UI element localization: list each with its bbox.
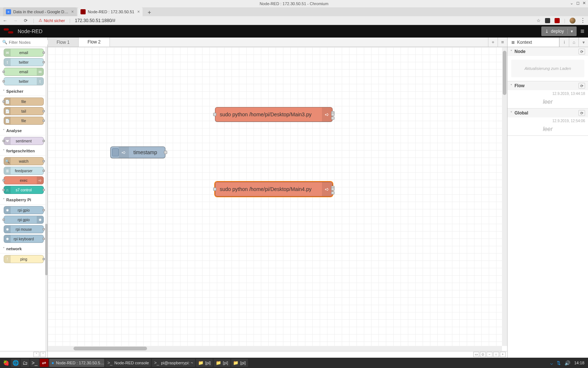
launcher-files-icon[interactable]: 🗂 <box>21 359 29 367</box>
node-inject-timestamp[interactable]: ➪ timestamp <box>110 146 165 158</box>
node-output-port-2[interactable] <box>331 188 334 191</box>
palette-node-s7-control[interactable]: s7 control⎍ <box>4 186 44 194</box>
zoom-out-button[interactable]: − <box>487 352 492 357</box>
window-maximize-icon[interactable]: ◻ <box>576 1 580 6</box>
palette-category-fortgeschritten[interactable]: ˅fortgeschritten <box>0 146 47 156</box>
workspace-tab-flow2[interactable]: Flow 2 <box>79 38 110 47</box>
zoom-level-button[interactable]: ○ <box>493 352 499 357</box>
taskbar-item-label: [pi] <box>223 361 228 365</box>
sidebar-section-header[interactable]: ˅ Global ⟳ <box>508 109 588 117</box>
window-minimize-icon[interactable]: ⌄ <box>570 1 573 6</box>
taskbar-item-icon: 📁 <box>198 360 203 365</box>
palette-node-rpi-keyboard[interactable]: rpi keyboard✱ <box>4 235 44 243</box>
sidebar-book-button[interactable]: ⌂ <box>569 38 578 47</box>
nav-forward-button[interactable]: → <box>12 18 18 23</box>
nav-back-button[interactable]: ← <box>2 18 8 23</box>
node-exec-main3[interactable]: sudo python /home/pi/Desktop/Main3.py ➪ <box>215 107 333 122</box>
zoom-in-button[interactable]: + <box>500 352 506 357</box>
tab-close-icon[interactable]: × <box>134 9 140 14</box>
palette-category-raspberry-pi[interactable]: ˅Raspberry Pi <box>0 195 47 205</box>
node-exec-main4[interactable]: sudo python /home/pi/Desktop/Main4.py ➪ <box>215 182 333 197</box>
view-navigator-button[interactable]: ▭ <box>473 352 479 357</box>
taskbar-item[interactable]: >_Node-RED console <box>105 359 151 367</box>
extension-icon[interactable] <box>545 18 550 23</box>
canvas-v-scrollbar[interactable] <box>502 47 507 346</box>
taskbar-item[interactable]: 📁[pi] <box>196 359 213 367</box>
refresh-button[interactable]: ⟳ <box>578 110 585 116</box>
workspace-tab-flow1[interactable]: Flow 1 <box>48 38 79 47</box>
palette-collapse-down-button[interactable]: ˅ <box>40 352 46 357</box>
palette-node-file[interactable]: file📄 <box>4 98 44 106</box>
palette-node-label: rpi keyboard <box>14 237 34 241</box>
browser-tab-docs[interactable]: ≡ Data in the cloud - Google D… × <box>3 7 77 16</box>
palette-category-network[interactable]: ˅network <box>0 244 47 254</box>
palette-node-exec[interactable]: exec➪ <box>4 176 44 184</box>
bluetooth-icon[interactable]: ⌵ <box>550 360 553 366</box>
launcher-browser-icon[interactable]: 🌐 <box>11 359 20 367</box>
extension-shield-icon[interactable] <box>555 18 560 23</box>
palette-collapse-up-button[interactable]: ˄ <box>33 352 39 357</box>
zoom-reset-button[interactable]: ⊙ <box>480 352 486 357</box>
palette-node-rpi-gpio[interactable]: rpi gpio✱ <box>4 216 44 224</box>
launcher-terminal-icon[interactable]: >_ <box>30 359 39 367</box>
node-input-port[interactable] <box>213 188 216 191</box>
canvas-h-scrollbar-thumb[interactable] <box>74 347 147 350</box>
taskbar-item[interactable]: ●Node-RED : 172.30.50.5… <box>49 359 104 367</box>
profile-avatar[interactable] <box>570 18 576 24</box>
node-output-port[interactable] <box>164 151 167 154</box>
canvas[interactable]: ➪ timestamp sudo python /home/pi/Desktop… <box>48 47 507 351</box>
node-output-port-3[interactable] <box>331 116 334 120</box>
palette-category-analyse[interactable]: ˅Analyse <box>0 126 47 135</box>
taskbar-item[interactable]: 📁[pi] <box>214 359 230 367</box>
palette-search[interactable]: 🔍 <box>0 38 47 47</box>
tab-close-icon[interactable]: × <box>68 9 74 14</box>
refresh-button[interactable]: ⟳ <box>578 83 585 89</box>
network-icon[interactable]: ⇅ <box>557 360 561 366</box>
palette-node-twitter[interactable]: twittert <box>4 58 44 66</box>
inject-trigger-button[interactable] <box>112 148 119 156</box>
palette-node-email[interactable]: email✉ <box>4 68 44 76</box>
palette-node-rpi-gpio[interactable]: rpi gpio✱ <box>4 206 44 214</box>
volume-icon[interactable]: 🔊 <box>564 360 570 366</box>
sidebar-info-button[interactable]: i <box>559 38 569 47</box>
node-output-port-3[interactable] <box>331 191 334 194</box>
workspace-add-tab-button[interactable]: + <box>488 38 498 47</box>
palette-node-tail[interactable]: tail📄 <box>4 107 44 115</box>
browser-menu-icon[interactable]: ⋮ <box>580 17 586 24</box>
palette-node-file[interactable]: file📄 <box>4 117 44 125</box>
address-url[interactable]: 172.30.50.51:1880/# <box>75 18 115 23</box>
browser-tab-nodered[interactable]: Node-RED : 172.30.50.51 × <box>78 7 143 16</box>
taskbar-item[interactable]: >_pi@raspberrypi: ~ <box>152 359 195 367</box>
deploy-button[interactable]: ⤓ deploy ▾ <box>541 26 577 36</box>
workspace-tab-list-button[interactable]: ≡ <box>498 38 507 47</box>
nodered-menu-icon[interactable]: ≡ <box>580 28 584 35</box>
bookmark-star-icon[interactable]: ☆ <box>537 18 541 23</box>
node-output-port-2[interactable] <box>331 113 334 116</box>
palette-node-twitter[interactable]: twittert <box>4 77 44 85</box>
nav-reload-button[interactable]: ⟳ <box>23 18 29 23</box>
palette-node-watch[interactable]: watch🔍 <box>4 157 44 165</box>
canvas-v-scrollbar-thumb[interactable] <box>503 51 506 95</box>
deploy-dropdown-caret-icon[interactable]: ▾ <box>567 29 573 34</box>
node-input-port[interactable] <box>213 113 216 116</box>
launcher-nodered-icon[interactable]: ⇌ <box>40 359 49 367</box>
new-tab-button[interactable]: + <box>146 9 153 16</box>
palette-category-speicher[interactable]: ˅Speicher <box>0 87 47 96</box>
taskbar-item[interactable]: 📁[pi] <box>231 359 248 367</box>
palette-node-ping[interactable]: ping! <box>4 255 44 263</box>
refresh-button[interactable]: ⟳ <box>578 49 585 54</box>
sidebar-dropdown-button[interactable]: ▾ <box>578 38 588 47</box>
window-close-icon[interactable]: ✕ <box>582 1 586 6</box>
canvas-h-scrollbar[interactable] <box>48 346 502 351</box>
sidebar-section-header[interactable]: ˅ Flow ⟳ <box>508 81 588 90</box>
sidebar-tab-context[interactable]: ≣ Kontext <box>508 38 559 47</box>
palette-node-sentiment[interactable]: sentiment❤ <box>4 137 44 145</box>
palette-node-feedparser[interactable]: feedparser≣ <box>4 167 44 175</box>
start-menu-raspberry-icon[interactable]: 🍓 <box>1 359 10 367</box>
security-indicator[interactable]: ⚠ Nicht sicher <box>39 18 65 23</box>
palette-node-email[interactable]: email✉ <box>4 49 44 57</box>
palette-scrollbar[interactable] <box>45 47 47 351</box>
sidebar-section-header[interactable]: ˅ Node ⟳ <box>508 47 588 56</box>
palette-node-rpi-mouse[interactable]: rpi mouse✱ <box>4 225 44 233</box>
palette-scrollbar-thumb[interactable] <box>45 224 47 275</box>
